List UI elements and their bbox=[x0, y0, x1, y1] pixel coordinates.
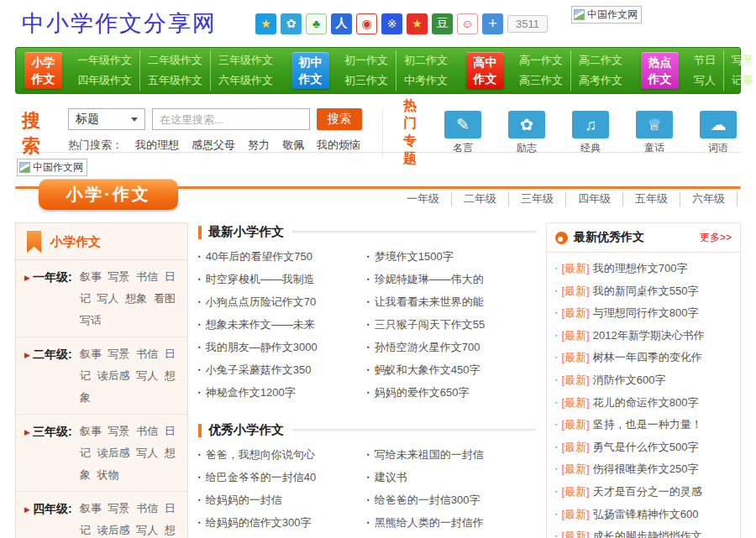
senior-school-badge[interactable]: 高中 作文 bbox=[466, 52, 504, 89]
nav-link[interactable]: 四年级作文 bbox=[70, 71, 140, 91]
article-link[interactable]: ▪[最新]伤得很唯美作文250字 bbox=[555, 462, 732, 477]
article-link[interactable]: ▪写给未来祖国的一封信 bbox=[367, 447, 536, 462]
nav-link[interactable]: 六年级作文 bbox=[211, 71, 281, 91]
share-icon[interactable]: ※ bbox=[381, 13, 402, 34]
grade-filter-link[interactable]: 三年级 bbox=[509, 191, 566, 206]
share-icon[interactable]: ♣ bbox=[306, 13, 327, 34]
article-link[interactable]: ▪梦境作文1500字 bbox=[367, 249, 536, 264]
grade-label[interactable]: ▶二年级: bbox=[24, 343, 80, 409]
primary-school-badge[interactable]: 小学 作文 bbox=[24, 52, 62, 89]
grade-filter-link[interactable]: 二年级 bbox=[452, 191, 509, 206]
article-link[interactable]: ▪[最新]勇气是什么作文500字 bbox=[555, 440, 732, 455]
article-link[interactable]: ▪珍妮特婕琳——伟大的 bbox=[367, 272, 536, 287]
nav-link[interactable]: 高考作文 bbox=[571, 71, 630, 91]
grade-category-links[interactable]: 叙事 写景 书信 日记 读后感 写人 想象 bbox=[80, 343, 181, 409]
nav-link[interactable]: 二年级作文 bbox=[140, 50, 211, 71]
nav-link[interactable]: 高一作文 bbox=[512, 50, 571, 71]
share-icon[interactable]: ☺ bbox=[457, 13, 478, 34]
article-link[interactable]: ▪[最新]树林一年四季的变化作 bbox=[555, 350, 732, 365]
article-link[interactable]: ▪[最新]弘扬雷锋精神作文600 bbox=[555, 507, 732, 522]
topic-item[interactable]: ♫ 经典 bbox=[568, 111, 613, 155]
more-link[interactable]: 更多>> bbox=[700, 231, 732, 245]
article-link[interactable]: ▪建议书 bbox=[367, 470, 536, 485]
triangle-right-icon: ▶ bbox=[24, 505, 30, 514]
nav-link[interactable]: 高二作文 bbox=[571, 50, 630, 71]
share-icon[interactable]: ◉ bbox=[356, 13, 377, 34]
article-link[interactable]: ▪孙悟空游火星作文700 bbox=[367, 340, 536, 355]
topic-item[interactable]: ✿ 励志 bbox=[504, 111, 549, 155]
article-link[interactable]: ▪[最新]天才是百分之一的灵感 bbox=[555, 484, 732, 499]
article-link[interactable]: ▪三只猴子闯天下作文55 bbox=[367, 317, 536, 332]
nav-link[interactable]: 初一作文 bbox=[337, 50, 396, 71]
grade-category-links[interactable]: 叙事 写景 书信 日记 读后感 写人 想象 bbox=[80, 498, 181, 538]
share-icon[interactable]: + bbox=[482, 13, 503, 34]
article-link[interactable]: ▪黑熊给人类的一封信作 bbox=[367, 515, 536, 530]
article-link[interactable]: ▪蚂蚁和大象作文450字 bbox=[367, 363, 536, 378]
grade-filter-link[interactable]: 五年级 bbox=[623, 191, 680, 206]
share-icon[interactable]: ★ bbox=[255, 13, 276, 34]
grade-category-links[interactable]: 叙事 写景 书信 日记 读后感 写人 想象 状物 bbox=[80, 420, 181, 486]
article-link[interactable]: ▪小兔子采蘑菇作文350 bbox=[198, 363, 367, 378]
share-icon[interactable]: ★ bbox=[407, 13, 428, 34]
article-link[interactable]: ▪爸爸，我想向你说句心 bbox=[198, 447, 367, 462]
article-link[interactable]: ▪[最新]与理想同行作文800字 bbox=[555, 306, 732, 321]
article-link[interactable]: ▪神秘盒作文1200字 bbox=[198, 385, 367, 400]
hot-search-link[interactable]: 我的理想 bbox=[135, 138, 179, 153]
nav-link[interactable]: 初二作文 bbox=[396, 50, 455, 71]
search-input[interactable] bbox=[152, 108, 310, 130]
search-button[interactable]: 搜索 bbox=[317, 108, 362, 130]
article-link[interactable]: ▪40年后的看望作文750 bbox=[198, 249, 367, 264]
article-link[interactable]: ▪[最新]坚持，也是一种力量！ bbox=[555, 417, 732, 432]
nav-link[interactable]: 三年级作文 bbox=[211, 50, 281, 71]
article-link[interactable]: ▪[最新]2012年新学期决心书作 bbox=[555, 328, 732, 343]
article-link[interactable]: ▪想象未来作文——未来 bbox=[198, 317, 367, 332]
grade-label[interactable]: ▶四年级: bbox=[24, 498, 80, 538]
nav-link[interactable]: 中考作文 bbox=[396, 71, 455, 91]
primary-composition-tab[interactable]: 小学·作文 bbox=[39, 179, 178, 210]
article-link[interactable]: ▪让我看看未来世界的能 bbox=[367, 295, 536, 310]
share-icon[interactable]: 豆 bbox=[432, 13, 453, 34]
hot-topics-badge[interactable]: 热点 作文 bbox=[641, 52, 679, 89]
site-logo-placeholder[interactable]: 中国作文网 bbox=[571, 6, 642, 24]
topic-item[interactable]: ☁ 词语 bbox=[696, 111, 741, 155]
article-link[interactable]: ▪给妈妈的一封信 bbox=[198, 493, 367, 508]
share-icon[interactable]: ✿ bbox=[281, 13, 302, 34]
grade-category-links[interactable]: 叙事 写景 书信 日记 写人 想象 看图写话 bbox=[80, 266, 181, 332]
article-link[interactable]: ▪给妈妈的信作文300字 bbox=[198, 515, 367, 530]
broken-image-icon bbox=[19, 162, 30, 173]
hot-search-link[interactable]: 努力 bbox=[248, 138, 270, 153]
article-link[interactable]: ▪[最新]我的新同桌作文550字 bbox=[555, 284, 732, 299]
article-link[interactable]: ▪妈妈的爱作文650字 bbox=[367, 385, 536, 400]
nav-link[interactable]: 一年级作文 bbox=[70, 50, 140, 71]
nav-link[interactable]: 五年级作文 bbox=[140, 71, 211, 91]
share-icon[interactable]: 人 bbox=[331, 13, 352, 34]
nav-link[interactable]: 节日 bbox=[686, 50, 724, 71]
nav-link[interactable]: 记事 bbox=[724, 71, 756, 91]
article-link[interactable]: ▪时空穿梭机——我制造 bbox=[198, 272, 367, 287]
hot-search-link[interactable]: 我的烦恼 bbox=[317, 138, 360, 153]
grade-label[interactable]: ▶三年级: bbox=[24, 420, 80, 486]
nav-link[interactable]: 高三作文 bbox=[512, 71, 571, 91]
article-link[interactable]: ▪[最新]花儿的命运作文800字 bbox=[555, 395, 732, 410]
article-link[interactable]: ▪给爸爸的一封信300字 bbox=[367, 493, 536, 508]
nav-link[interactable]: 写景 bbox=[724, 50, 756, 71]
topic-item[interactable]: ✎ 名言 bbox=[440, 111, 486, 155]
grade-filter-link[interactable]: 一年级 bbox=[395, 191, 452, 206]
article-link[interactable]: ▪小狗点点历险记作文70 bbox=[198, 295, 367, 310]
article-link[interactable]: ▪我的朋友—静作文3000 bbox=[198, 340, 367, 355]
nav-link[interactable]: 初三作文 bbox=[337, 71, 396, 91]
article-link[interactable]: ▪[最新]我的理想作文700字 bbox=[555, 261, 732, 276]
junior-school-badge[interactable]: 初中 作文 bbox=[291, 52, 329, 89]
grade-filter-link[interactable]: 四年级 bbox=[566, 191, 623, 206]
search-field-select[interactable]: 标题 bbox=[68, 108, 145, 130]
content-logo-placeholder[interactable]: 中国作文网 bbox=[17, 159, 87, 176]
hot-search-link[interactable]: 感恩父母 bbox=[192, 138, 235, 153]
topic-item[interactable]: ♕ 童话 bbox=[632, 111, 677, 155]
article-link[interactable]: ▪给巴金爷爷的一封信40 bbox=[198, 470, 367, 485]
article-link[interactable]: ▪[最新]消防作文600字 bbox=[555, 373, 732, 388]
nav-link[interactable]: 写人 bbox=[686, 71, 724, 91]
grade-filter-link[interactable]: 六年级 bbox=[680, 191, 738, 206]
grade-label[interactable]: ▶一年级: bbox=[24, 266, 80, 332]
article-link[interactable]: ▪[最新]成长的脚步静悄悄作文 bbox=[555, 529, 732, 538]
hot-search-link[interactable]: 敬佩 bbox=[282, 138, 304, 153]
